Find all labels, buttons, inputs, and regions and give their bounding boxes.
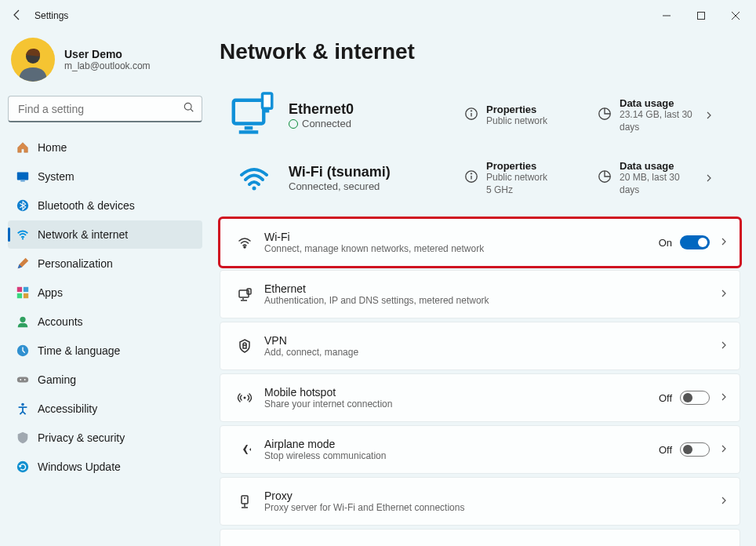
- apps-icon: [16, 286, 38, 300]
- user-profile[interactable]: User Demo m_lab@outlook.com: [8, 36, 202, 96]
- card-title: VPN: [264, 334, 719, 347]
- minimize-button[interactable]: [649, 3, 684, 28]
- card-vpn[interactable]: VPN Add, connect, manage: [220, 322, 740, 370]
- ethernet-icon: [225, 286, 264, 302]
- airplane-toggle[interactable]: [680, 442, 710, 457]
- svg-point-17: [17, 461, 28, 472]
- sidebar-item-label: Privacy & security: [38, 431, 125, 444]
- network-icon: [16, 228, 38, 242]
- personalization-icon: [16, 257, 38, 271]
- update-icon: [16, 460, 38, 474]
- card-sub: Add, connect, manage: [264, 347, 719, 358]
- main-content: Network & internet Ethernet0 Connected P…: [210, 31, 756, 546]
- sidebar-item-label: Network & internet: [38, 228, 128, 241]
- chevron-right-icon: [719, 391, 729, 405]
- sidebar-item-time[interactable]: Time & language: [8, 337, 202, 365]
- usage-sub: 23.14 GB, last 30 days: [620, 109, 700, 133]
- chevron-right-icon: [719, 287, 729, 301]
- svg-point-6: [22, 238, 24, 239]
- sidebar-item-accounts[interactable]: Accounts: [8, 308, 202, 336]
- usage-sub: 20 MB, last 30 days: [620, 172, 700, 196]
- time-icon: [16, 344, 38, 358]
- properties-sub: Public network: [486, 115, 547, 128]
- chevron-right-icon[interactable]: [700, 173, 718, 183]
- info-icon: [464, 107, 478, 124]
- properties-button[interactable]: Properties Public network: [464, 104, 598, 128]
- data-usage-icon: [598, 169, 612, 187]
- back-button[interactable]: [3, 9, 31, 24]
- sidebar-item-update[interactable]: Windows Update: [8, 453, 202, 481]
- search-input[interactable]: [8, 96, 202, 122]
- connection-status: Connected: [289, 118, 464, 129]
- data-usage-button[interactable]: Data usage 20 MB, last 30 days: [598, 160, 700, 196]
- maximize-button[interactable]: [684, 3, 718, 28]
- sidebar-item-label: Time & language: [38, 344, 120, 357]
- sidebar-item-home[interactable]: Home: [8, 133, 202, 162]
- card-airplane[interactable]: Airplane mode Stop wireless communicatio…: [220, 425, 740, 474]
- bluetooth-icon: [16, 198, 38, 213]
- svg-rect-18: [234, 100, 264, 124]
- usage-title: Data usage: [620, 97, 700, 109]
- sidebar-item-system[interactable]: System: [8, 162, 202, 191]
- hotspot-toggle[interactable]: [680, 391, 710, 405]
- sidebar-item-apps[interactable]: Apps: [8, 278, 202, 307]
- system-icon: [16, 169, 38, 184]
- card-title: Ethernet: [264, 282, 719, 295]
- svg-point-26: [253, 187, 256, 191]
- titlebar: Settings: [0, 0, 756, 31]
- sidebar-item-privacy[interactable]: Privacy & security: [8, 424, 202, 452]
- sidebar-item-label: Personalization: [38, 257, 113, 270]
- svg-rect-22: [265, 108, 269, 112]
- svg-point-28: [471, 173, 471, 174]
- sidebar-item-gaming[interactable]: Gaming: [8, 366, 202, 394]
- svg-point-16: [21, 403, 24, 406]
- toggle-state: Off: [659, 444, 672, 456]
- toggle-state: On: [659, 237, 672, 249]
- sidebar-item-label: Accounts: [38, 315, 83, 328]
- wifi-toggle[interactable]: [680, 235, 710, 249]
- svg-point-15: [24, 379, 26, 380]
- properties-button[interactable]: Properties Public network 5 GHz: [464, 160, 598, 196]
- toggle-state: Off: [659, 392, 672, 404]
- svg-point-24: [471, 111, 471, 111]
- svg-rect-9: [17, 293, 22, 298]
- avatar: [11, 38, 55, 82]
- svg-rect-0: [698, 13, 705, 20]
- card-sub: Stop wireless communication: [264, 450, 659, 461]
- svg-rect-10: [24, 293, 28, 298]
- accounts-icon: [16, 315, 38, 329]
- svg-point-2: [184, 103, 191, 110]
- sidebar-item-network[interactable]: Network & internet: [8, 220, 202, 249]
- close-button[interactable]: [718, 3, 753, 28]
- svg-point-11: [20, 317, 25, 322]
- user-name: User Demo: [64, 48, 151, 60]
- settings-cards: Wi-Fi Connect, manage known networks, me…: [220, 218, 740, 546]
- card-title: Wi-Fi: [264, 231, 659, 243]
- sidebar-item-label: System: [38, 170, 75, 183]
- vpn-icon: [225, 338, 264, 354]
- sidebar-item-personalization[interactable]: Personalization: [8, 249, 202, 278]
- svg-rect-21: [263, 93, 272, 108]
- usage-title: Data usage: [620, 160, 700, 172]
- card-ethernet[interactable]: Ethernet Authentication, IP and DNS sett…: [220, 270, 740, 318]
- card-proxy[interactable]: Proxy Proxy server for Wi-Fi and Etherne…: [220, 477, 740, 526]
- properties-sub: Public network 5 GHz: [486, 172, 547, 196]
- svg-point-14: [20, 379, 21, 380]
- privacy-icon: [16, 431, 38, 445]
- data-usage-button[interactable]: Data usage 23.14 GB, last 30 days: [598, 97, 700, 133]
- card-dialup[interactable]: Dial-up: [220, 529, 740, 546]
- svg-rect-33: [243, 345, 246, 348]
- search-icon: [184, 102, 194, 115]
- card-hotspot[interactable]: Mobile hotspot Share your internet conne…: [220, 373, 740, 422]
- chevron-right-icon[interactable]: [700, 111, 718, 120]
- gaming-icon: [16, 373, 38, 387]
- chevron-right-icon: [719, 442, 729, 457]
- chevron-right-icon: [719, 235, 729, 249]
- info-icon: [464, 169, 478, 187]
- card-sub: Share your internet connection: [264, 399, 659, 410]
- sidebar-item-bluetooth[interactable]: Bluetooth & devices: [8, 191, 202, 220]
- sidebar-item-label: Accessibility: [38, 402, 97, 415]
- proxy-icon: [225, 493, 264, 509]
- sidebar-item-accessibility[interactable]: Accessibility: [8, 395, 202, 423]
- card-wifi[interactable]: Wi-Fi Connect, manage known networks, me…: [220, 218, 740, 267]
